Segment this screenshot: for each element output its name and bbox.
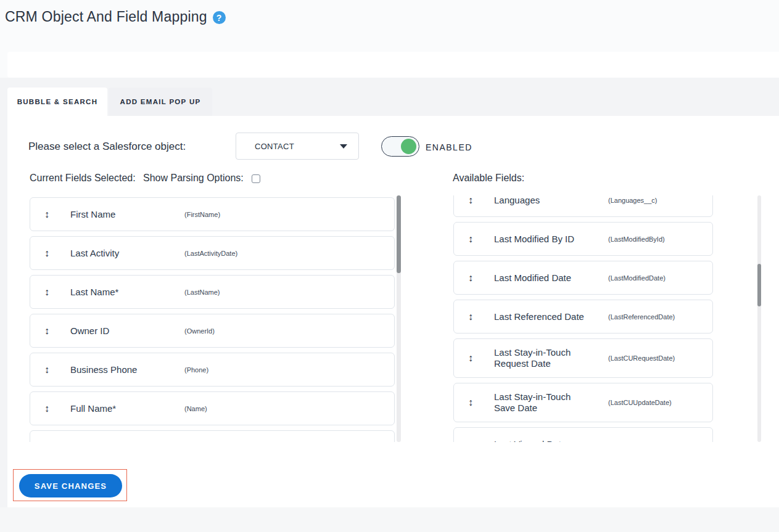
salesforce-object-dropdown[interactable]: CONTACT xyxy=(236,133,359,160)
field-card[interactable]: ↕ Business Phone (Phone) xyxy=(30,353,395,387)
current-fields-heading: Current Fields Selected: xyxy=(30,173,136,184)
drag-handle-icon[interactable]: ↕ xyxy=(466,311,494,322)
drag-handle-icon[interactable]: ↕ xyxy=(43,364,70,375)
available-fields-heading: Available Fields: xyxy=(453,173,524,184)
field-label: Last Stay-in-Touch Request Date xyxy=(494,347,587,369)
field-api-name: (LastActivityDate) xyxy=(184,250,237,257)
show-parsing-options-label: Show Parsing Options: xyxy=(143,173,244,184)
field-api-name: (Name) xyxy=(184,405,207,412)
enabled-toggle[interactable] xyxy=(381,136,419,157)
page-header: CRM Object And Field Mapping ? xyxy=(0,0,779,52)
help-icon[interactable]: ? xyxy=(213,11,226,24)
selected-fields-list: ↕ First Name (FirstName) ↕ Last Activity… xyxy=(30,195,397,442)
toggle-knob[interactable] xyxy=(401,139,416,154)
field-card[interactable]: ↕ Last Stay-in-Touch Save Date (LastCUUp… xyxy=(453,383,713,422)
field-api-name: (LastViewedDate) xyxy=(608,441,662,443)
field-api-name: (Phone) xyxy=(184,366,208,374)
available-fields-list: ↕ Languages (Languages__c) ↕ Last Modifi… xyxy=(453,195,715,442)
page-title: CRM Object And Field Mapping ? xyxy=(5,9,226,25)
field-label: Owner ID xyxy=(70,325,163,337)
mapping-panel: Please select a Salesforce object: CONTA… xyxy=(7,116,779,507)
field-api-name: (FirstName) xyxy=(184,211,220,218)
salesforce-object-label: Please select a Salesforce object: xyxy=(28,141,186,153)
drag-handle-icon[interactable]: ↕ xyxy=(43,403,70,414)
field-label: Business Phone xyxy=(70,364,163,375)
tab-add-email-pop-up[interactable]: ADD EMAIL POP UP xyxy=(109,88,212,116)
field-card[interactable]: ↕ Last Stay-in-Touch Request Date (LastC… xyxy=(453,338,713,378)
field-card[interactable]: ↕ Last Modified By ID (LastModifiedById) xyxy=(453,222,713,256)
field-card[interactable]: ↕ Full Name* (Name) xyxy=(30,391,395,425)
field-label: Last Modified Date xyxy=(494,272,587,284)
field-label: Last Name* xyxy=(70,287,163,298)
field-card[interactable]: ↕ xyxy=(30,430,395,442)
save-changes-button[interactable]: SAVE CHANGES xyxy=(19,474,122,497)
drag-handle-icon[interactable]: ↕ xyxy=(466,272,494,284)
field-card[interactable]: ↕ Last Referenced Date (LastReferencedDa… xyxy=(453,300,713,334)
field-api-name: (LastName) xyxy=(184,289,220,296)
field-card[interactable]: ↕ Last Modified Date (LastModifiedDate) xyxy=(453,261,713,295)
toolbar-strip xyxy=(7,52,779,78)
field-card[interactable]: ↕ Last Name* (LastName) xyxy=(30,275,395,309)
field-api-name: (OwnerId) xyxy=(184,327,215,335)
field-label: Last Viewed Date xyxy=(494,439,587,443)
field-label: Full Name* xyxy=(70,403,163,414)
enabled-toggle-label: ENABLED xyxy=(426,142,472,152)
field-api-name: (LastReferencedDate) xyxy=(608,313,675,321)
drag-handle-icon[interactable]: ↕ xyxy=(466,195,494,206)
selected-list-scrollbar-thumb[interactable] xyxy=(397,195,401,273)
drag-handle-icon[interactable]: ↕ xyxy=(43,248,70,259)
drag-handle-icon[interactable]: ↕ xyxy=(43,287,70,298)
tab-bubble-and-search[interactable]: BUBBLE & SEARCH xyxy=(7,88,107,116)
field-label: Last Stay-in-Touch Save Date xyxy=(494,391,587,414)
field-label: First Name xyxy=(70,209,163,220)
field-label: Last Modified By ID xyxy=(494,234,587,245)
save-button-focus-outline: SAVE CHANGES xyxy=(13,469,127,501)
drag-handle-icon[interactable]: ↕ xyxy=(466,353,494,364)
field-card[interactable]: ↕ Last Activity (LastActivityDate) xyxy=(30,236,395,270)
drag-handle-icon[interactable]: ↕ xyxy=(466,439,494,443)
page-title-text: CRM Object And Field Mapping xyxy=(5,9,207,25)
field-label: Last Referenced Date xyxy=(494,311,587,322)
field-api-name: (LastCURequestDate) xyxy=(608,354,675,362)
available-list-scrollbar-thumb[interactable] xyxy=(757,264,761,306)
drag-handle-icon[interactable]: ↕ xyxy=(43,325,70,337)
tab-label: ADD EMAIL POP UP xyxy=(120,98,201,105)
drag-handle-icon[interactable]: ↕ xyxy=(43,209,70,220)
available-list-scrollbar[interactable] xyxy=(757,195,761,442)
field-label: Languages xyxy=(494,195,587,206)
field-card[interactable]: ↕ Last Viewed Date (LastViewedDate) xyxy=(453,427,713,442)
page-footer-background xyxy=(0,507,779,532)
field-api-name: (LastModifiedById) xyxy=(608,235,665,243)
field-api-name: (LastCUUpdateDate) xyxy=(608,399,672,406)
field-api-name: (Languages__c) xyxy=(608,197,657,204)
selected-list-scrollbar[interactable] xyxy=(397,195,401,442)
caret-down-icon xyxy=(340,144,347,149)
drag-handle-icon[interactable]: ↕ xyxy=(466,234,494,245)
field-card[interactable]: ↕ First Name (FirstName) xyxy=(30,197,395,231)
field-card[interactable]: ↕ Languages (Languages__c) xyxy=(453,195,713,217)
tab-label: BUBBLE & SEARCH xyxy=(17,98,98,105)
dropdown-selected-value: CONTACT xyxy=(255,142,340,151)
field-label: Last Activity xyxy=(70,248,163,259)
field-card[interactable]: ↕ Owner ID (OwnerId) xyxy=(30,314,395,348)
show-parsing-options-checkbox[interactable] xyxy=(252,174,260,183)
field-api-name: (LastModifiedDate) xyxy=(608,274,666,282)
drag-handle-icon[interactable]: ↕ xyxy=(466,397,494,408)
